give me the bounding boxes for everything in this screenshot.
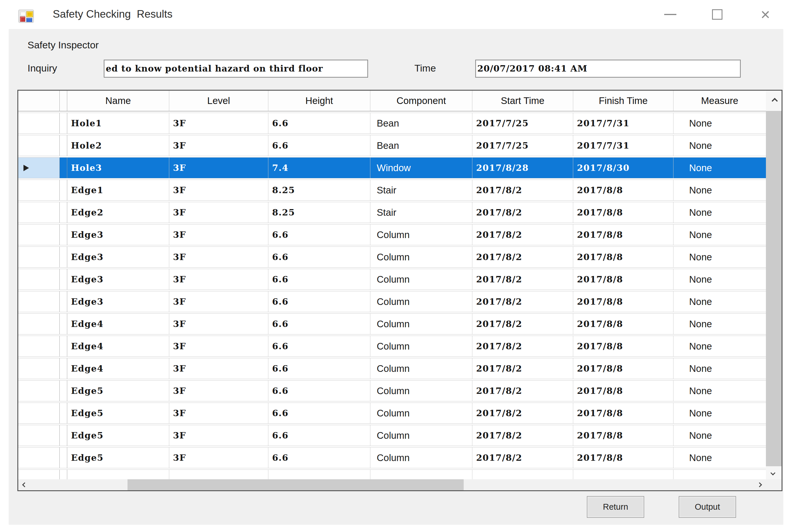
- row-header-cell[interactable]: [18, 470, 60, 479]
- cell-height[interactable]: 6.6: [268, 247, 370, 267]
- cell-level[interactable]: 3F: [169, 358, 268, 379]
- cell-component[interactable]: Bean: [370, 113, 472, 133]
- cell-start-time[interactable]: 2017/8/2: [472, 291, 573, 312]
- cell-finish-time[interactable]: 2017/8/8: [573, 180, 674, 201]
- cell-component[interactable]: Column: [370, 247, 472, 267]
- table-row[interactable]: Edge1 3F 8.25 Stair 2017/8/2 2017/8/8 No…: [18, 180, 766, 201]
- row-header-cell[interactable]: [18, 247, 60, 267]
- table-row[interactable]: Edge5 3F 6.6 Column 2017/8/2 2017/8/8 No…: [18, 425, 766, 446]
- cell-finish-time[interactable]: 2017/8/8: [573, 336, 674, 357]
- output-button[interactable]: Output: [679, 496, 736, 518]
- cell-measure[interactable]: None: [674, 425, 766, 446]
- table-row[interactable]: Edge3 3F 6.6 Column 2017/8/2 2017/8/8 No…: [18, 247, 766, 267]
- row-header-cell[interactable]: [18, 202, 60, 223]
- close-button[interactable]: ×: [750, 0, 781, 29]
- cell-level[interactable]: 3F: [169, 314, 268, 334]
- cell-level[interactable]: 3F: [169, 202, 268, 223]
- cell-level[interactable]: 3F: [169, 269, 268, 290]
- row-header-cell[interactable]: [18, 314, 60, 334]
- minimize-button[interactable]: [655, 0, 686, 29]
- cell-name[interactable]: Edge3: [67, 225, 169, 245]
- cell-finish-time[interactable]: 2017/8/8: [573, 358, 674, 379]
- table-row[interactable]: [18, 470, 766, 479]
- column-header-level[interactable]: Level: [169, 91, 268, 111]
- cell-name[interactable]: Edge5: [67, 425, 169, 446]
- cell-name[interactable]: Edge2: [67, 202, 169, 223]
- cell-measure[interactable]: None: [674, 225, 766, 245]
- cell-height[interactable]: 6.6: [268, 448, 370, 468]
- cell-name[interactable]: Edge4: [67, 314, 169, 334]
- table-row[interactable]: Edge3 3F 6.6 Column 2017/8/2 2017/8/8 No…: [18, 291, 766, 312]
- cell-measure[interactable]: [674, 470, 766, 479]
- cell-start-time[interactable]: 2017/8/2: [472, 448, 573, 468]
- maximize-button[interactable]: [701, 0, 733, 29]
- row-header-cell[interactable]: [18, 336, 60, 357]
- cell-measure[interactable]: None: [674, 291, 766, 312]
- spacer-cell[interactable]: [60, 358, 67, 379]
- cell-level[interactable]: 3F: [169, 291, 268, 312]
- cell-component[interactable]: Window: [370, 157, 472, 178]
- cell-height[interactable]: 7.4: [268, 157, 370, 178]
- cell-component[interactable]: Column: [370, 314, 472, 334]
- cell-name[interactable]: Edge1: [67, 180, 169, 201]
- cell-start-time[interactable]: 2017/8/2: [472, 381, 573, 401]
- spacer-cell[interactable]: [60, 425, 67, 446]
- cell-start-time[interactable]: 2017/8/2: [472, 202, 573, 223]
- table-row[interactable]: Hole3 3F 7.4 Window 2017/8/28 2017/8/30 …: [18, 157, 766, 178]
- spacer-cell[interactable]: [60, 470, 67, 479]
- cell-height[interactable]: 6.6: [268, 225, 370, 245]
- cell-finish-time[interactable]: 2017/7/31: [573, 113, 674, 133]
- row-header-cell[interactable]: [18, 113, 60, 133]
- spacer-cell[interactable]: [60, 225, 67, 245]
- horizontal-scrollbar-thumb[interactable]: [128, 479, 464, 490]
- table-row[interactable]: Edge4 3F 6.6 Column 2017/8/2 2017/8/8 No…: [18, 336, 766, 357]
- table-row[interactable]: Edge5 3F 6.6 Column 2017/8/2 2017/8/8 No…: [18, 381, 766, 401]
- scroll-down-button[interactable]: [766, 466, 781, 479]
- cell-finish-time[interactable]: 2017/8/8: [573, 425, 674, 446]
- spacer-cell[interactable]: [60, 314, 67, 334]
- cell-measure[interactable]: None: [674, 448, 766, 468]
- cell-level[interactable]: 3F: [169, 113, 268, 133]
- cell-level[interactable]: [169, 470, 268, 479]
- cell-measure[interactable]: None: [674, 403, 766, 423]
- row-header-cell[interactable]: [18, 448, 60, 468]
- cell-finish-time[interactable]: 2017/8/8: [573, 247, 674, 267]
- cell-measure[interactable]: None: [674, 113, 766, 133]
- cell-component[interactable]: Column: [370, 381, 472, 401]
- scroll-up-button[interactable]: [766, 91, 781, 111]
- cell-finish-time[interactable]: 2017/8/8: [573, 314, 674, 334]
- cell-finish-time[interactable]: 2017/8/8: [573, 202, 674, 223]
- cell-finish-time[interactable]: 2017/8/8: [573, 269, 674, 290]
- cell-finish-time[interactable]: 2017/8/30: [573, 157, 674, 178]
- cell-measure[interactable]: None: [674, 180, 766, 201]
- cell-component[interactable]: Column: [370, 336, 472, 357]
- vertical-scrollbar[interactable]: [766, 91, 781, 479]
- table-row[interactable]: Edge3 3F 6.6 Column 2017/8/2 2017/8/8 No…: [18, 225, 766, 245]
- cell-start-time[interactable]: 2017/8/2: [472, 225, 573, 245]
- column-header-component[interactable]: Component: [370, 91, 472, 111]
- cell-height[interactable]: 6.6: [268, 336, 370, 357]
- cell-start-time[interactable]: 2017/7/25: [472, 135, 573, 156]
- row-header-cell[interactable]: [18, 358, 60, 379]
- spacer-cell[interactable]: [60, 180, 67, 201]
- cell-height[interactable]: 8.25: [268, 202, 370, 223]
- row-header-cell[interactable]: [18, 135, 60, 156]
- cell-name[interactable]: Edge3: [67, 247, 169, 267]
- cell-start-time[interactable]: 2017/8/2: [472, 314, 573, 334]
- cell-name[interactable]: Edge5: [67, 448, 169, 468]
- cell-level[interactable]: 3F: [169, 336, 268, 357]
- cell-component[interactable]: Column: [370, 269, 472, 290]
- spacer-cell[interactable]: [60, 135, 67, 156]
- cell-component[interactable]: Bean: [370, 135, 472, 156]
- column-header-height[interactable]: Height: [268, 91, 370, 111]
- spacer-cell[interactable]: [60, 157, 67, 178]
- row-header-cell[interactable]: [18, 403, 60, 423]
- row-header-cell[interactable]: [18, 157, 60, 178]
- cell-name[interactable]: [67, 470, 169, 479]
- cell-name[interactable]: Hole3: [67, 157, 169, 178]
- spacer-cell[interactable]: [60, 448, 67, 468]
- cell-start-time[interactable]: 2017/8/2: [472, 425, 573, 446]
- inquiry-input[interactable]: ed to know potential hazard on third flo…: [104, 60, 368, 78]
- row-header-cell[interactable]: [18, 180, 60, 201]
- cell-name[interactable]: Edge4: [67, 336, 169, 357]
